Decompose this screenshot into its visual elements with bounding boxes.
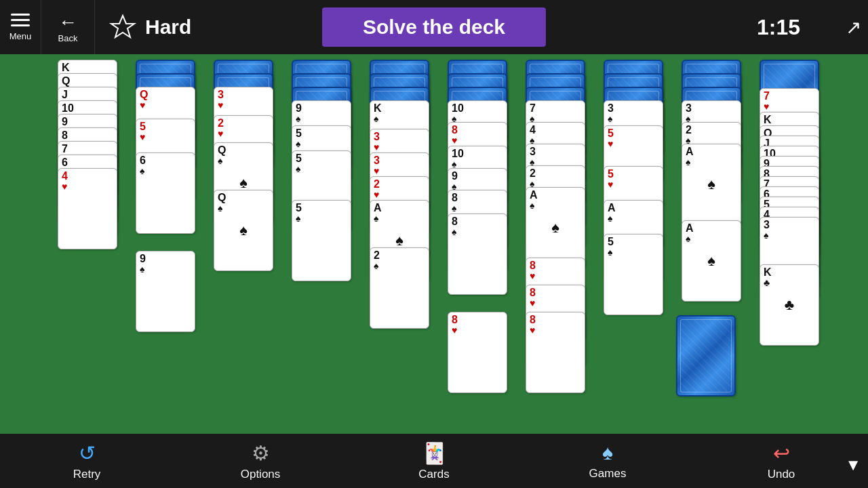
bottombar: ↺ Retry ⚙ Options 🃏 Cards ♠ Games ↩ Undo… — [0, 434, 868, 488]
undo-label: Undo — [768, 468, 795, 481]
menu-label: Menu — [9, 31, 32, 41]
card[interactable]: 2♠ — [370, 247, 429, 329]
options-button[interactable]: ⚙ Options — [206, 434, 315, 488]
games-button[interactable]: ♠ Games — [553, 434, 662, 488]
card[interactable]: 5♠ — [604, 234, 663, 315]
card[interactable]: 8♥ — [526, 312, 585, 393]
menu-icon-line2 — [11, 19, 30, 21]
options-icon: ⚙ — [252, 441, 270, 465]
card[interactable]: 9♠ — [136, 251, 195, 332]
card[interactable]: K♣♣ — [760, 264, 819, 346]
card[interactable]: A♠♠ — [682, 144, 741, 225]
menu-icon-line3 — [11, 24, 30, 26]
undo-icon: ↩ — [773, 441, 790, 465]
svg-marker-0 — [111, 16, 134, 37]
menu-icon-line1 — [11, 14, 30, 16]
spider-icon — [108, 13, 137, 41]
card[interactable]: 6♠ — [136, 152, 195, 234]
timer-area: 1:15 — [757, 15, 800, 40]
topbar: Menu ← Back Hard Solve the deck 1:15 ↗ — [0, 0, 868, 54]
options-label: Options — [241, 468, 281, 481]
difficulty-area: Hard — [95, 13, 191, 41]
game-area[interactable]: K♠♠Q♠♠J♠♠10♠9♠8♠7♠6♠4♥Q♥♥5♥6♠9♠3♥2♥Q♠♠Q♠… — [0, 54, 868, 434]
cards-label: Cards — [418, 468, 449, 481]
retry-label: Retry — [73, 468, 101, 481]
back-label: Back — [58, 33, 78, 43]
games-icon: ♠ — [602, 441, 613, 464]
card[interactable]: 8♠ — [448, 214, 507, 295]
games-label: Games — [589, 467, 627, 481]
expand-icon[interactable]: ↗ — [846, 16, 861, 39]
card[interactable]: Q♠♠ — [214, 190, 273, 271]
stock-card[interactable] — [676, 315, 736, 396]
card[interactable]: 4♥ — [58, 168, 117, 249]
difficulty-label: Hard — [145, 16, 191, 39]
card[interactable]: A♠♠ — [682, 220, 741, 302]
menu-button[interactable]: Menu — [0, 0, 41, 54]
back-arrow-icon: ← — [58, 12, 77, 33]
retry-icon: ↺ — [79, 441, 96, 465]
undo-button[interactable]: ↩ Undo — [727, 434, 835, 488]
card[interactable]: 5♠ — [292, 200, 351, 281]
stock-pile[interactable] — [676, 315, 736, 396]
cards-button[interactable]: 🃏 Cards — [380, 434, 488, 488]
back-button[interactable]: ← Back — [41, 0, 95, 54]
scroll-down-icon[interactable]: ▼ — [845, 455, 861, 474]
timer-label: 1:15 — [757, 15, 800, 40]
cards-icon: 🃏 — [422, 441, 447, 465]
retry-button[interactable]: ↺ Retry — [33, 434, 141, 488]
solve-banner: Solve the deck — [322, 7, 546, 47]
card[interactable]: A♠♠ — [526, 187, 585, 268]
card[interactable]: 8♥ — [448, 312, 507, 393]
